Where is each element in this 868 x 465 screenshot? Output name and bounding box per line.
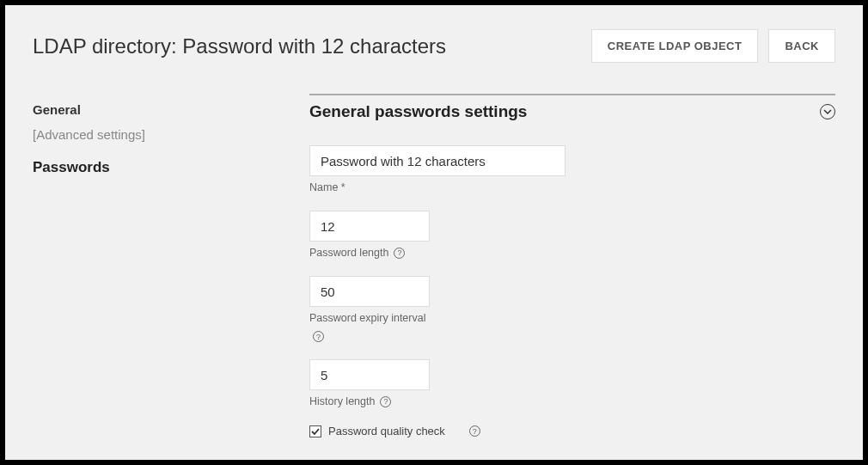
back-button[interactable]: BACK [768,29,835,63]
create-ldap-object-button[interactable]: CREATE LDAP OBJECT [591,29,759,63]
password-expiry-label: Password expiry interval [309,312,835,324]
section-title: General passwords settings [309,102,527,121]
quality-check-checkbox[interactable] [309,425,321,437]
content-area: General [Advanced settings] Passwords Ge… [33,94,835,437]
quality-check-row: Password quality check [309,425,835,437]
help-icon[interactable] [394,248,405,259]
expiry-field-group: Password expiry interval [309,276,835,342]
app-frame: LDAP directory: Password with 12 charact… [5,5,863,460]
help-icon[interactable] [313,331,324,342]
sidebar-item-advanced[interactable]: [Advanced settings] [33,122,290,147]
section-divider [309,94,835,95]
password-expiry-input[interactable] [309,276,430,307]
sidebar-item-passwords[interactable]: Passwords [33,147,290,181]
page-title: LDAP directory: Password with 12 charact… [33,34,446,58]
history-length-input[interactable] [309,359,430,390]
chevron-down-icon[interactable] [820,104,835,119]
name-input[interactable] [309,145,565,176]
help-icon[interactable] [469,425,480,437]
password-length-field-group: Password length [309,211,835,259]
sidebar: General [Advanced settings] Passwords [33,94,290,437]
header-actions: CREATE LDAP OBJECT BACK [591,29,835,63]
section-header: General passwords settings [309,102,835,121]
password-length-label: Password length [309,247,835,259]
page-header: LDAP directory: Password with 12 charact… [33,29,835,63]
password-expiry-help-row [313,331,835,342]
history-length-label: History length [309,395,835,407]
help-icon[interactable] [380,396,391,407]
history-field-group: History length [309,359,835,407]
main-panel: General passwords settings Name * Passwo… [309,94,835,437]
sidebar-item-general[interactable]: General [33,97,290,122]
password-length-input[interactable] [309,211,430,242]
name-label: Name * [309,181,835,193]
quality-check-label: Password quality check [328,425,445,437]
name-field-group: Name * [309,145,835,193]
